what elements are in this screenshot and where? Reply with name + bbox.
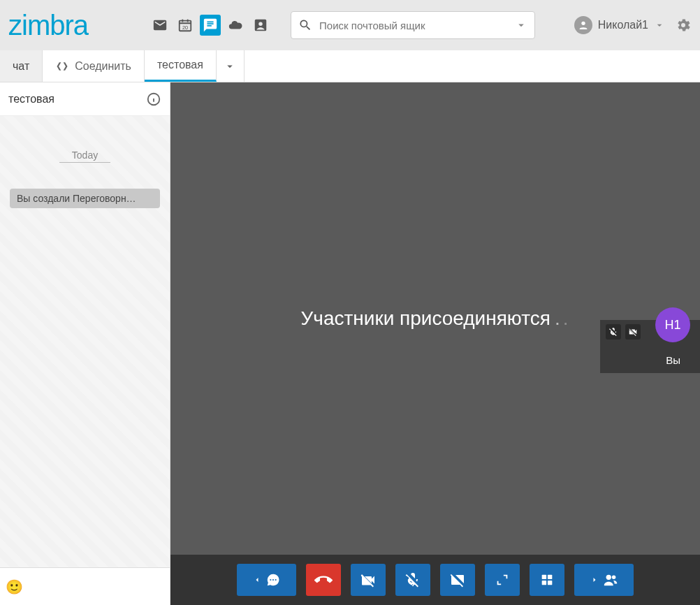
- tab-chat[interactable]: чат: [0, 50, 43, 82]
- svg-point-12: [611, 576, 615, 580]
- meeting-area: Участники присоединяются .. Н1 Вы: [170, 82, 700, 605]
- search-input[interactable]: [319, 20, 515, 31]
- svg-rect-10: [548, 581, 552, 585]
- svg-point-4: [270, 579, 271, 581]
- room-title: тестовая: [8, 93, 54, 105]
- svg-text:20: 20: [182, 24, 188, 31]
- mail-icon[interactable]: [150, 15, 170, 36]
- system-message: Вы создали Переговорн…: [10, 189, 160, 208]
- participants-icon: [603, 572, 618, 588]
- tab-room[interactable]: тестовая: [145, 50, 217, 82]
- svg-point-5: [272, 579, 273, 581]
- search-icon: [298, 18, 312, 32]
- meeting-center: Участники присоединяются ..: [170, 82, 700, 555]
- self-video-tile: Н1 Вы: [600, 320, 700, 373]
- connect-icon: [55, 59, 69, 73]
- day-label: Today: [10, 150, 160, 161]
- top-nav-icons: 20: [150, 15, 271, 36]
- contacts-icon[interactable]: [250, 15, 271, 36]
- mic-off-icon: [404, 571, 421, 588]
- meeting-status-text: Участники присоединяются ..: [301, 307, 570, 330]
- tab-connect[interactable]: Соединить: [43, 50, 145, 82]
- info-icon[interactable]: [146, 92, 161, 107]
- chevron-down-icon[interactable]: [515, 19, 527, 31]
- tabbar: чат Соединить тестовая: [0, 50, 700, 82]
- mic-muted-icon: [606, 324, 621, 340]
- self-avatar: Н1: [655, 307, 690, 342]
- mic-button[interactable]: [395, 564, 430, 596]
- svg-rect-8: [548, 575, 552, 579]
- screenshare-button[interactable]: [440, 564, 475, 596]
- svg-rect-9: [542, 581, 546, 585]
- hangup-button[interactable]: [306, 564, 341, 596]
- svg-rect-7: [542, 575, 546, 579]
- cam-off-icon: [625, 324, 641, 340]
- user-name: Николай1: [598, 19, 648, 31]
- tab-dropdown[interactable]: [217, 50, 245, 82]
- camera-button[interactable]: [351, 564, 386, 596]
- panel-left-button[interactable]: [237, 564, 296, 596]
- chat-body: Today Вы создали Переговорн…: [0, 116, 170, 567]
- phone-hangup-icon: [314, 571, 333, 589]
- fullscreen-button[interactable]: [485, 564, 520, 596]
- user-menu[interactable]: Николай1: [574, 16, 665, 34]
- chevron-down-icon: [224, 60, 236, 73]
- chat-icon[interactable]: [200, 15, 221, 36]
- camera-off-icon: [360, 571, 377, 588]
- svg-point-11: [606, 575, 611, 580]
- expand-icon: [495, 572, 510, 588]
- meeting-toolbar: [170, 555, 700, 605]
- emoji-button[interactable]: 🙂: [6, 577, 23, 597]
- topbar-right: Николай1: [574, 16, 692, 34]
- chat-bubble-icon: [265, 572, 281, 588]
- caret-down-icon: [654, 20, 665, 31]
- gear-icon[interactable]: [675, 17, 692, 34]
- svg-point-6: [275, 579, 276, 581]
- message-input[interactable]: [29, 574, 167, 599]
- sidebar-header: тестовая: [0, 82, 170, 116]
- topbar: zimbra 20 Николай1: [0, 0, 700, 50]
- layout-button[interactable]: [530, 564, 564, 596]
- grid-icon: [539, 572, 555, 588]
- screenshare-off-icon: [449, 571, 466, 588]
- app-logo: zimbra: [8, 10, 88, 41]
- panel-right-button[interactable]: [574, 564, 634, 596]
- calendar-icon[interactable]: 20: [175, 15, 196, 36]
- avatar-icon: [574, 16, 592, 34]
- self-label: Вы: [666, 354, 680, 366]
- cloud-icon[interactable]: [225, 15, 246, 36]
- content: тестовая Today Вы создали Переговорн… 🙂 …: [0, 82, 700, 605]
- sidebar: тестовая Today Вы создали Переговорн… 🙂: [0, 82, 170, 605]
- svg-point-2: [581, 22, 585, 25]
- composer: 🙂: [0, 567, 170, 605]
- search-box[interactable]: [291, 11, 535, 39]
